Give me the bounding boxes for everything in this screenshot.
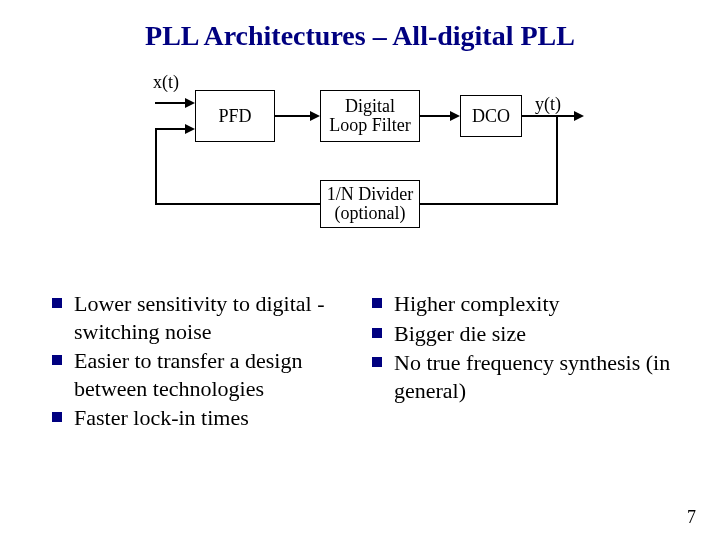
- list-item: Higher complexity: [368, 290, 672, 318]
- list-item: Faster lock-in times: [48, 404, 352, 432]
- list-item: Bigger die size: [368, 320, 672, 348]
- arrow-dco-out: [574, 111, 584, 121]
- arrow-pfd-filter: [310, 111, 320, 121]
- wire-feedback-divider-to-left: [155, 203, 320, 205]
- list-item: Easier to transfer a design between tech…: [48, 347, 352, 402]
- wire-filter-dco: [420, 115, 452, 117]
- pros-column: Lower sensitivity to digital -switching …: [48, 290, 352, 434]
- arrow-input-top: [185, 98, 195, 108]
- block-pfd: PFD: [195, 90, 275, 142]
- cons-column: Higher complexity Bigger die size No tru…: [368, 290, 672, 434]
- arrow-input-bottom: [185, 124, 195, 134]
- input-label: x(t): [153, 72, 179, 93]
- arrow-filter-dco: [450, 111, 460, 121]
- block-dco: DCO: [460, 95, 522, 137]
- block-filter: Digital Loop Filter: [320, 90, 420, 142]
- wire-pfd-filter: [275, 115, 311, 117]
- block-divider: 1/N Divider (optional): [320, 180, 420, 228]
- wire-input-bottom: [155, 128, 187, 130]
- block-diagram: x(t) PFD Digital Loop Filter DCO 1/N Div…: [0, 72, 720, 272]
- list-item: No true frequency synthesis (in general): [368, 349, 672, 404]
- bullet-columns: Lower sensitivity to digital -switching …: [0, 290, 720, 434]
- wire-feedback-right-to-divider: [420, 203, 558, 205]
- page-number: 7: [687, 507, 696, 528]
- wire-input-top: [155, 102, 187, 104]
- wire-feedback-up: [155, 128, 157, 205]
- block-pfd-label: PFD: [218, 107, 251, 126]
- slide-title: PLL Architectures – All-digital PLL: [0, 0, 720, 52]
- block-divider-label: 1/N Divider (optional): [327, 185, 413, 223]
- wire-dco-out: [522, 115, 576, 117]
- wire-feedback-down: [556, 115, 558, 205]
- list-item: Lower sensitivity to digital -switching …: [48, 290, 352, 345]
- output-label: y(t): [535, 94, 561, 115]
- block-filter-label: Digital Loop Filter: [329, 97, 411, 135]
- block-dco-label: DCO: [472, 107, 510, 126]
